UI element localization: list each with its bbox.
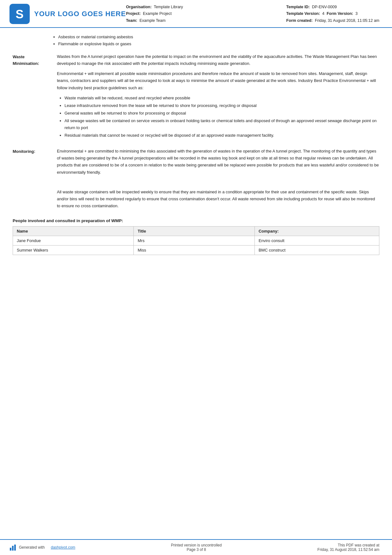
- list-item: All sewage wastes will be contained on s…: [64, 117, 379, 131]
- footer-page: Page 3 of 8: [171, 547, 222, 552]
- form-created-label: Form created:: [286, 18, 313, 23]
- template-version-field: Template Version: 4 Form Version: 3: [286, 10, 379, 17]
- list-item: Asbestos or material containing asbestos: [58, 34, 379, 41]
- project-field: Project: Example Project: [126, 10, 183, 17]
- col-header-company: Company:: [254, 226, 379, 236]
- monitoring-para-2: All waste storage containers will be ins…: [57, 189, 379, 209]
- logo-icon: S: [9, 4, 30, 24]
- footer-right: This PDF was created at Friday, 31 Augus…: [317, 543, 379, 552]
- form-version-label: Form Version:: [327, 11, 353, 16]
- template-id-label: Template ID:: [286, 5, 310, 9]
- people-table: Name Title Company: Jane FondueMrsEnviro…: [13, 226, 379, 255]
- people-table-body: Jane FondueMrsEnviro consultSummer Walke…: [13, 236, 379, 255]
- people-section: People involved and consulted in prepara…: [13, 218, 379, 255]
- section-body-waste: Wastes from the A tunnel project operati…: [57, 53, 379, 142]
- footer-pdf-date: Friday, 31 August 2018, 11:52:54 am: [317, 547, 379, 552]
- footer-center: Printed version is uncontrolled Page 3 o…: [171, 543, 222, 552]
- generated-text: Generated with: [19, 545, 45, 550]
- footer-left: Generated with dashpivot.com: [9, 544, 75, 551]
- template-version-label: Template Version:: [286, 11, 320, 16]
- list-item: Residual materials that cannot be reused…: [64, 132, 379, 139]
- template-id-field: Template ID: DP-ENV-0009: [286, 4, 379, 10]
- svg-rect-4: [14, 545, 16, 551]
- template-version-value: 4: [322, 11, 324, 16]
- col-header-name: Name: [13, 226, 134, 236]
- organisation-field: Organisation: Template Library: [126, 4, 183, 10]
- header-meta-right: Template ID: DP-ENV-0009 Template Versio…: [286, 4, 379, 24]
- col-header-title: Title: [134, 226, 254, 236]
- organisation-label: Organisation:: [126, 5, 151, 9]
- footer: Generated with dashpivot.com Printed ver…: [0, 539, 392, 555]
- form-created-field: Form created: Friday, 31 August 2018, 11…: [286, 17, 379, 24]
- section-label-monitoring: Monitoring:: [13, 148, 57, 155]
- svg-rect-2: [10, 548, 11, 551]
- list-item: Flammable or explosive liquids or gases: [58, 41, 379, 47]
- section-label-waste: Waste Minimisation:: [13, 53, 57, 67]
- form-created-value: Friday, 31 August 2018, 11:05:12 am: [315, 18, 379, 23]
- organisation-value: Template Library: [154, 5, 183, 9]
- template-id-value: DP-ENV-0009: [312, 5, 337, 9]
- header-meta-left: Organisation: Template Library Project: …: [126, 4, 183, 24]
- project-value: Example Project: [143, 11, 172, 16]
- cell-title: Mrs: [134, 236, 254, 245]
- page: S YOUR LOGO GOES HERE Organisation: Temp…: [0, 0, 392, 555]
- cell-company: BMC construct: [254, 245, 379, 255]
- team-field: Team: Example Team: [126, 17, 183, 24]
- list-item: General wastes will be returned to shore…: [64, 110, 379, 117]
- header: S YOUR LOGO GOES HERE Organisation: Temp…: [0, 0, 392, 28]
- table-row: Jane FondueMrsEnviro consult: [13, 236, 379, 245]
- section-waste-minimisation: Waste Minimisation: Wastes from the A tu…: [13, 53, 379, 142]
- waste-bullets: Waste materials will be reduced, reused …: [57, 95, 379, 139]
- dashpivot-icon: [9, 544, 16, 551]
- table-row: Summer WalkersMissBMC construct: [13, 245, 379, 255]
- header-meta: Organisation: Template Library Project: …: [126, 4, 379, 24]
- footer-pdf-text: This PDF was created at: [317, 543, 379, 547]
- logo-area: S YOUR LOGO GOES HERE: [9, 4, 126, 24]
- cell-title: Miss: [134, 245, 254, 255]
- list-item: Waste materials will be reduced, reused …: [64, 95, 379, 102]
- team-label: Team:: [126, 18, 137, 23]
- team-value: Example Team: [139, 18, 165, 23]
- list-item: Lease infrastructure removed from the le…: [64, 102, 379, 109]
- project-label: Project:: [126, 11, 141, 16]
- section-body-monitoring: Environmental + are committed to minimis…: [57, 148, 379, 213]
- people-section-title: People involved and consulted in prepara…: [13, 218, 379, 223]
- main-content: Asbestos or material containing asbestos…: [0, 28, 392, 555]
- cell-name: Summer Walkers: [13, 245, 134, 255]
- svg-text:S: S: [15, 8, 23, 21]
- monitoring-para-1: Environmental + are committed to minimis…: [57, 148, 379, 176]
- form-version-value: 3: [355, 11, 358, 16]
- top-bullets: Asbestos or material containing asbestos…: [51, 34, 379, 47]
- waste-para-1: Wastes from the A tunnel project operati…: [57, 53, 379, 67]
- table-header-row: Name Title Company:: [13, 226, 379, 236]
- cell-company: Enviro consult: [254, 236, 379, 245]
- dashpivot-link[interactable]: dashpivot.com: [51, 545, 75, 550]
- waste-para-2: Environmental + will implement all possi…: [57, 70, 379, 91]
- cell-name: Jane Fondue: [13, 236, 134, 245]
- section-monitoring: Monitoring: Environmental + are committe…: [13, 148, 379, 213]
- svg-rect-3: [12, 546, 14, 551]
- logo-text: YOUR LOGO GOES HERE: [34, 10, 126, 18]
- footer-uncontrolled: Printed version is uncontrolled: [171, 543, 222, 547]
